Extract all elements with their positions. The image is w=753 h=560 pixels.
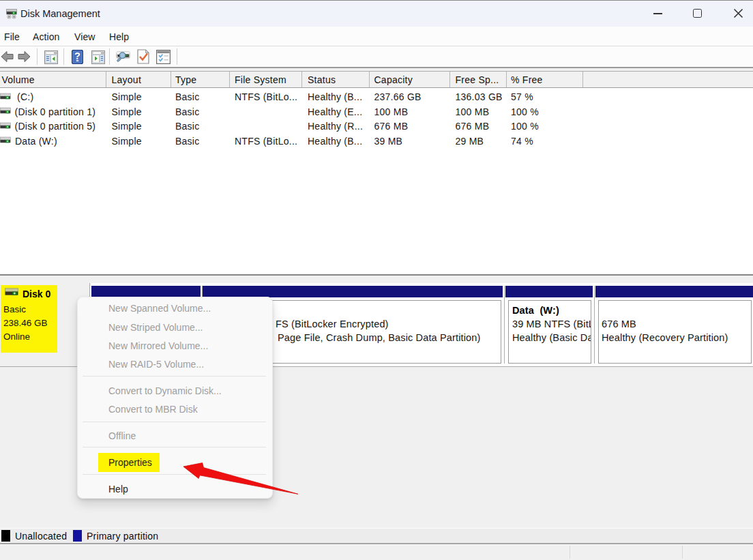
svg-text:?: ?: [74, 50, 80, 61]
